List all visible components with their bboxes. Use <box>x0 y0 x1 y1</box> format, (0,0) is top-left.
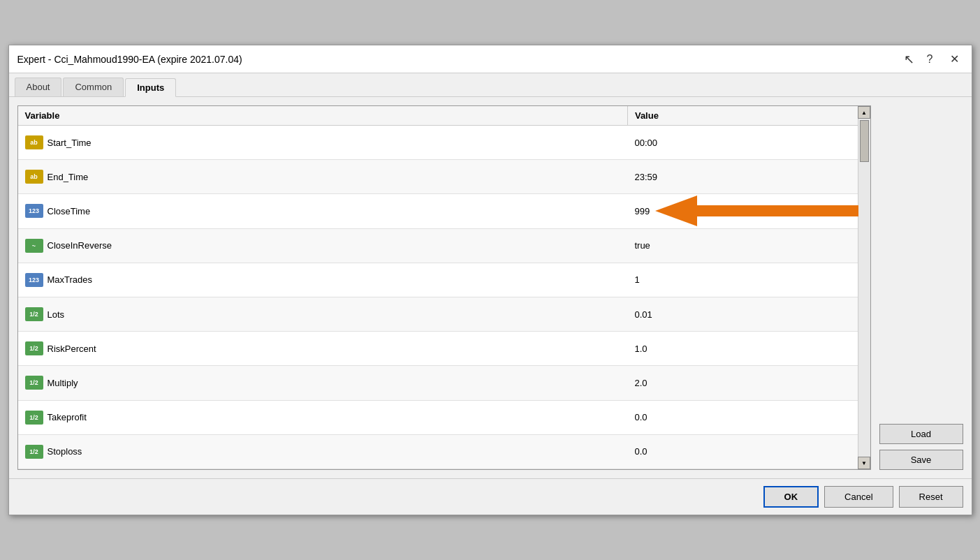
table-row[interactable]: 1/2 RiskPercent 1.0 <box>18 332 858 366</box>
svg-rect-0 <box>697 205 870 216</box>
value-text: 0.0 <box>634 412 647 422</box>
type-badge: 1/2 <box>25 307 43 321</box>
type-badge: 1/2 <box>25 411 43 425</box>
type-badge: 1/2 <box>25 376 43 390</box>
scroll-track[interactable] <box>858 119 870 457</box>
value-text: 0.01 <box>634 309 652 320</box>
variable-name: CloseTime <box>47 206 91 216</box>
variable-name: Start_Time <box>47 138 92 148</box>
var-cell-inner: 123 MaxTrades <box>25 273 621 287</box>
type-badge: ab <box>25 135 43 149</box>
value-cell[interactable]: 1 <box>627 263 857 297</box>
variable-cell: ~ CloseInReverse <box>18 228 628 263</box>
table-row[interactable]: 1/2 Lots 0.01 <box>18 297 858 331</box>
variable-name: Stoploss <box>47 446 82 457</box>
variable-cell: 123 CloseTime <box>18 194 628 228</box>
variable-cell: 1/2 Multiply <box>18 366 628 400</box>
value-text: true <box>634 240 650 251</box>
variable-name: Multiply <box>47 378 78 388</box>
table-row[interactable]: 123 CloseTime 999 <box>18 194 858 228</box>
value-text: 00:00 <box>634 138 657 148</box>
table-row[interactable]: 1/2 Takeprofit 0.0 <box>18 400 858 434</box>
ok-button[interactable]: OK <box>763 486 819 508</box>
variable-name: Lots <box>47 309 65 320</box>
var-cell-inner: 1/2 Lots <box>25 307 621 321</box>
value-cell[interactable]: 0.0 <box>627 434 857 469</box>
variable-cell: 1/2 Takeprofit <box>18 400 628 434</box>
table-row[interactable]: 1/2 Multiply 2.0 <box>18 366 858 400</box>
orange-arrow-icon <box>655 196 870 226</box>
cursor-icon: ↖ <box>904 52 914 67</box>
col-variable: Variable <box>18 106 628 126</box>
table-row[interactable]: ab End_Time 23:59 <box>18 160 858 194</box>
table-row[interactable]: 1/2 Stoploss 0.0 <box>18 434 858 469</box>
table-container: Variable Value ab Start_Time 00:00 ab En… <box>17 105 871 470</box>
table-row[interactable]: ab Start_Time 00:00 <box>18 126 858 160</box>
var-cell-inner: 1/2 RiskPercent <box>25 341 621 355</box>
value-cell[interactable]: 1.0 <box>627 332 857 366</box>
type-badge: 1/2 <box>25 341 43 355</box>
dialog-window: Expert - Cci_Mahmoud1990-EA (expire 2021… <box>8 45 972 515</box>
type-badge: 1/2 <box>25 445 43 459</box>
var-cell-inner: 1/2 Stoploss <box>25 445 621 459</box>
window-title: Expert - Cci_Mahmoud1990-EA (expire 2021… <box>17 54 242 65</box>
table-row[interactable]: ~ CloseInReverse true <box>18 228 858 263</box>
tab-common[interactable]: Common <box>63 78 124 96</box>
value-cell[interactable]: 0.0 <box>627 400 857 434</box>
type-badge: 123 <box>25 273 43 287</box>
value-text: 0.0 <box>634 446 647 457</box>
value-cell[interactable]: 23:59 <box>627 160 857 194</box>
variable-cell: 1/2 Lots <box>18 297 628 331</box>
variable-name: CloseInReverse <box>47 240 112 251</box>
variable-name: Takeprofit <box>47 412 87 422</box>
var-cell-inner: 1/2 Multiply <box>25 376 621 390</box>
variable-cell: 1/2 Stoploss <box>18 434 628 469</box>
value-cell[interactable]: 00:00 <box>627 126 857 160</box>
scroll-up-arrow[interactable]: ▲ <box>858 106 870 119</box>
scrollbar[interactable]: ▲ ▼ <box>858 106 870 469</box>
variable-cell: 1/2 RiskPercent <box>18 332 628 366</box>
type-badge: 123 <box>25 204 43 218</box>
var-cell-inner: ~ CloseInReverse <box>25 239 621 253</box>
cancel-button[interactable]: Cancel <box>824 486 893 508</box>
close-button[interactable]: ✕ <box>946 51 963 67</box>
table-row[interactable]: 123 MaxTrades 1 <box>18 263 858 297</box>
value-cell[interactable]: 2.0 <box>627 366 857 400</box>
title-bar-right: ↖ ? ✕ <box>904 51 963 67</box>
value-text: 999 <box>634 206 650 216</box>
tab-inputs[interactable]: Inputs <box>125 78 176 97</box>
variable-name: End_Time <box>47 172 89 182</box>
value-text: 2.0 <box>634 378 647 388</box>
bottom-bar: OK Cancel Reset <box>9 478 972 515</box>
svg-marker-1 <box>655 196 697 226</box>
inputs-table: Variable Value ab Start_Time 00:00 ab En… <box>18 106 858 469</box>
variable-name: MaxTrades <box>47 274 93 285</box>
scroll-thumb[interactable] <box>860 120 869 162</box>
type-badge: ~ <box>25 239 43 253</box>
col-value: Value <box>627 106 857 126</box>
value-cell[interactable]: true <box>627 228 857 263</box>
var-cell-inner: ab End_Time <box>25 170 621 184</box>
save-button[interactable]: Save <box>879 450 963 470</box>
value-cell[interactable]: 999 <box>627 194 857 228</box>
type-badge: ab <box>25 170 43 184</box>
value-cell[interactable]: 0.01 <box>627 297 857 331</box>
title-bar-left: Expert - Cci_Mahmoud1990-EA (expire 2021… <box>17 54 242 65</box>
value-text: 1 <box>634 274 639 285</box>
scroll-down-arrow[interactable]: ▼ <box>858 457 870 469</box>
tabs-bar: About Common Inputs <box>9 73 972 97</box>
load-button[interactable]: Load <box>879 424 963 444</box>
tab-about[interactable]: About <box>15 78 62 96</box>
variable-name: RiskPercent <box>47 344 96 354</box>
var-cell-inner: 1/2 Takeprofit <box>25 411 621 425</box>
side-buttons: Load Save <box>879 105 963 470</box>
value-text: 1.0 <box>634 344 647 354</box>
help-button[interactable]: ? <box>923 52 937 67</box>
variable-cell: 123 MaxTrades <box>18 263 628 297</box>
reset-button[interactable]: Reset <box>899 486 963 508</box>
var-cell-inner: 123 CloseTime <box>25 204 621 218</box>
var-cell-inner: ab Start_Time <box>25 135 621 149</box>
variable-cell: ab End_Time <box>18 160 628 194</box>
title-bar: Expert - Cci_Mahmoud1990-EA (expire 2021… <box>9 45 972 73</box>
variable-cell: ab Start_Time <box>18 126 628 160</box>
